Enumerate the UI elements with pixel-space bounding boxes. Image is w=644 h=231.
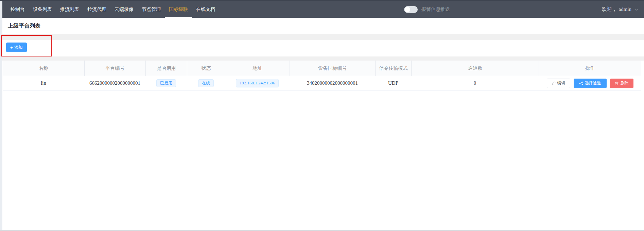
column-header-address: 地址	[225, 61, 290, 76]
share-icon	[579, 81, 583, 85]
column-header-actions: 操作	[539, 61, 641, 76]
column-header-enabled: 是否启用	[145, 61, 187, 76]
platform-table: 名称 平台编号 是否启用 状态 地址 设备国标编号 信令传输模式 通道数 操作 …	[3, 61, 641, 90]
username: admin	[619, 6, 632, 12]
cell-device-gb-id: 34020000002000000001	[290, 80, 375, 86]
column-header-platform-id: 平台编号	[84, 61, 145, 76]
select-channel-button[interactable]: 选择通道	[574, 79, 607, 88]
page-title: 上级平台列表	[8, 22, 40, 30]
status-badge: 在线	[198, 79, 214, 87]
delete-button[interactable]: 删除	[610, 79, 633, 88]
cell-platform-id: 66620000002000000001	[84, 80, 145, 86]
column-header-transport: 信令传输模式	[375, 61, 411, 76]
alarm-push-toggle[interactable]	[404, 6, 418, 13]
left-edge-strip	[0, 1, 2, 231]
nav-item-cloud-record[interactable]: 云端录像	[110, 1, 138, 18]
cell-address: 192.168.1.242:1506	[225, 79, 290, 87]
nav-item-pull-proxy[interactable]: 拉流代理	[83, 1, 110, 18]
nav-item-node-manage[interactable]: 节点管理	[138, 1, 165, 18]
cell-channel-count: 0	[411, 80, 539, 86]
nav-item-push-list[interactable]: 推流列表	[56, 1, 83, 18]
page-header: 上级平台列表	[2, 18, 644, 34]
separator-band	[2, 56, 644, 61]
cell-transport: UDP	[375, 80, 411, 86]
plus-icon: +	[10, 45, 13, 50]
nav-item-device-list[interactable]: 设备列表	[29, 1, 56, 18]
column-header-channel-count: 通道数	[411, 61, 539, 76]
table-header-row: 名称 平台编号 是否启用 状态 地址 设备国标编号 信令传输模式 通道数 操作	[3, 61, 641, 76]
column-header-name: 名称	[3, 61, 84, 76]
table-row: lin 66620000002000000001 已启用 在线 192.168.…	[3, 76, 641, 90]
user-menu[interactable]: 欢迎， admin	[602, 1, 639, 18]
column-header-status: 状态	[187, 61, 225, 76]
select-channel-label: 选择通道	[585, 80, 601, 86]
edit-button-label: 编辑	[557, 80, 565, 86]
cell-actions: 编辑 选择通道	[539, 79, 641, 88]
nav-item-online-docs[interactable]: 在线文档	[192, 1, 219, 18]
trash-icon	[615, 81, 619, 85]
enabled-badge: 已启用	[156, 79, 176, 87]
cell-enabled: 已启用	[145, 79, 187, 87]
cell-name: lin	[3, 80, 84, 86]
pencil-icon	[552, 81, 556, 85]
welcome-text: 欢迎，	[602, 6, 617, 13]
address-badge: 192.168.1.242:1506	[236, 79, 279, 87]
nav-item-gb-cascade[interactable]: 国标级联	[165, 1, 192, 18]
toggle-knob	[405, 7, 410, 12]
edit-button[interactable]: 编辑	[547, 79, 570, 88]
cell-status: 在线	[187, 79, 225, 87]
nav-item-console[interactable]: 控制台	[6, 1, 29, 18]
row-actions: 编辑 选择通道	[547, 79, 633, 88]
delete-button-label: 删除	[621, 80, 629, 86]
column-header-device-gb-id: 设备国标编号	[290, 61, 375, 76]
top-navbar: 控制台 设备列表 推流列表 拉流代理 云端录像 节点管理 国标级联 在线文档 报…	[2, 1, 644, 18]
add-button-label: 添加	[15, 45, 23, 50]
platform-table-area: 名称 平台编号 是否启用 状态 地址 设备国标编号 信令传输模式 通道数 操作 …	[2, 61, 644, 230]
add-button[interactable]: + 添加	[6, 43, 27, 52]
chevron-down-icon	[634, 7, 639, 12]
alarm-push-label: 报警信息推送	[421, 1, 450, 18]
separator-band	[2, 34, 644, 40]
toolbar: + 添加	[2, 40, 644, 56]
